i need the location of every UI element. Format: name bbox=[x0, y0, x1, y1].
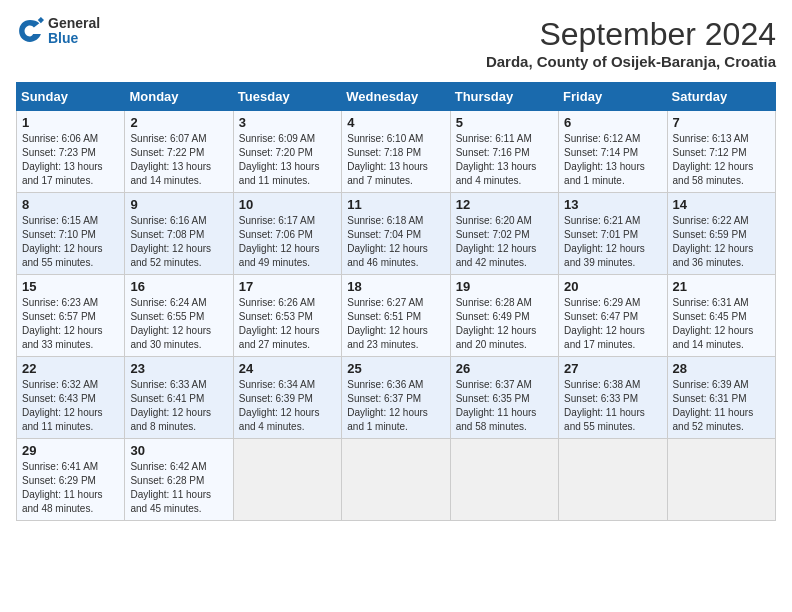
weekday-header-monday: Monday bbox=[125, 83, 233, 111]
day-info: Sunrise: 6:11 AMSunset: 7:16 PMDaylight:… bbox=[456, 132, 553, 188]
calendar-cell: 13Sunrise: 6:21 AMSunset: 7:01 PMDayligh… bbox=[559, 193, 667, 275]
calendar-cell: 3Sunrise: 6:09 AMSunset: 7:20 PMDaylight… bbox=[233, 111, 341, 193]
day-number: 8 bbox=[22, 197, 119, 212]
day-number: 20 bbox=[564, 279, 661, 294]
day-info: Sunrise: 6:13 AMSunset: 7:12 PMDaylight:… bbox=[673, 132, 770, 188]
calendar-cell: 29Sunrise: 6:41 AMSunset: 6:29 PMDayligh… bbox=[17, 439, 125, 521]
day-number: 21 bbox=[673, 279, 770, 294]
calendar-cell: 8Sunrise: 6:15 AMSunset: 7:10 PMDaylight… bbox=[17, 193, 125, 275]
calendar-cell: 9Sunrise: 6:16 AMSunset: 7:08 PMDaylight… bbox=[125, 193, 233, 275]
day-number: 26 bbox=[456, 361, 553, 376]
day-number: 9 bbox=[130, 197, 227, 212]
week-row-4: 22Sunrise: 6:32 AMSunset: 6:43 PMDayligh… bbox=[17, 357, 776, 439]
day-number: 24 bbox=[239, 361, 336, 376]
week-row-3: 15Sunrise: 6:23 AMSunset: 6:57 PMDayligh… bbox=[17, 275, 776, 357]
calendar-cell: 25Sunrise: 6:36 AMSunset: 6:37 PMDayligh… bbox=[342, 357, 450, 439]
calendar-cell bbox=[559, 439, 667, 521]
location: Darda, County of Osijek-Baranja, Croatia bbox=[486, 53, 776, 70]
day-number: 4 bbox=[347, 115, 444, 130]
calendar-cell: 10Sunrise: 6:17 AMSunset: 7:06 PMDayligh… bbox=[233, 193, 341, 275]
calendar-cell: 4Sunrise: 6:10 AMSunset: 7:18 PMDaylight… bbox=[342, 111, 450, 193]
calendar-cell: 6Sunrise: 6:12 AMSunset: 7:14 PMDaylight… bbox=[559, 111, 667, 193]
day-number: 6 bbox=[564, 115, 661, 130]
day-info: Sunrise: 6:32 AMSunset: 6:43 PMDaylight:… bbox=[22, 378, 119, 434]
day-number: 17 bbox=[239, 279, 336, 294]
page-header: General Blue September 2024 Darda, Count… bbox=[16, 16, 776, 70]
day-number: 27 bbox=[564, 361, 661, 376]
day-info: Sunrise: 6:10 AMSunset: 7:18 PMDaylight:… bbox=[347, 132, 444, 188]
day-info: Sunrise: 6:24 AMSunset: 6:55 PMDaylight:… bbox=[130, 296, 227, 352]
day-number: 2 bbox=[130, 115, 227, 130]
week-row-5: 29Sunrise: 6:41 AMSunset: 6:29 PMDayligh… bbox=[17, 439, 776, 521]
day-number: 1 bbox=[22, 115, 119, 130]
week-row-2: 8Sunrise: 6:15 AMSunset: 7:10 PMDaylight… bbox=[17, 193, 776, 275]
weekday-header-sunday: Sunday bbox=[17, 83, 125, 111]
day-info: Sunrise: 6:18 AMSunset: 7:04 PMDaylight:… bbox=[347, 214, 444, 270]
day-number: 16 bbox=[130, 279, 227, 294]
day-number: 3 bbox=[239, 115, 336, 130]
day-info: Sunrise: 6:33 AMSunset: 6:41 PMDaylight:… bbox=[130, 378, 227, 434]
weekday-header-row: SundayMondayTuesdayWednesdayThursdayFrid… bbox=[17, 83, 776, 111]
day-info: Sunrise: 6:09 AMSunset: 7:20 PMDaylight:… bbox=[239, 132, 336, 188]
day-number: 23 bbox=[130, 361, 227, 376]
calendar-cell: 5Sunrise: 6:11 AMSunset: 7:16 PMDaylight… bbox=[450, 111, 558, 193]
day-info: Sunrise: 6:12 AMSunset: 7:14 PMDaylight:… bbox=[564, 132, 661, 188]
calendar-cell: 24Sunrise: 6:34 AMSunset: 6:39 PMDayligh… bbox=[233, 357, 341, 439]
day-number: 18 bbox=[347, 279, 444, 294]
calendar-cell: 22Sunrise: 6:32 AMSunset: 6:43 PMDayligh… bbox=[17, 357, 125, 439]
calendar-cell: 18Sunrise: 6:27 AMSunset: 6:51 PMDayligh… bbox=[342, 275, 450, 357]
calendar-cell: 17Sunrise: 6:26 AMSunset: 6:53 PMDayligh… bbox=[233, 275, 341, 357]
weekday-header-tuesday: Tuesday bbox=[233, 83, 341, 111]
day-number: 12 bbox=[456, 197, 553, 212]
weekday-header-saturday: Saturday bbox=[667, 83, 775, 111]
day-info: Sunrise: 6:27 AMSunset: 6:51 PMDaylight:… bbox=[347, 296, 444, 352]
calendar-cell bbox=[233, 439, 341, 521]
calendar-cell: 26Sunrise: 6:37 AMSunset: 6:35 PMDayligh… bbox=[450, 357, 558, 439]
day-info: Sunrise: 6:36 AMSunset: 6:37 PMDaylight:… bbox=[347, 378, 444, 434]
weekday-header-friday: Friday bbox=[559, 83, 667, 111]
day-number: 19 bbox=[456, 279, 553, 294]
calendar-cell: 28Sunrise: 6:39 AMSunset: 6:31 PMDayligh… bbox=[667, 357, 775, 439]
day-number: 28 bbox=[673, 361, 770, 376]
day-number: 15 bbox=[22, 279, 119, 294]
day-info: Sunrise: 6:31 AMSunset: 6:45 PMDaylight:… bbox=[673, 296, 770, 352]
day-info: Sunrise: 6:41 AMSunset: 6:29 PMDaylight:… bbox=[22, 460, 119, 516]
calendar-cell: 19Sunrise: 6:28 AMSunset: 6:49 PMDayligh… bbox=[450, 275, 558, 357]
calendar-cell: 12Sunrise: 6:20 AMSunset: 7:02 PMDayligh… bbox=[450, 193, 558, 275]
day-number: 13 bbox=[564, 197, 661, 212]
day-info: Sunrise: 6:42 AMSunset: 6:28 PMDaylight:… bbox=[130, 460, 227, 516]
calendar-cell: 23Sunrise: 6:33 AMSunset: 6:41 PMDayligh… bbox=[125, 357, 233, 439]
logo-icon bbox=[16, 17, 44, 45]
title-section: September 2024 Darda, County of Osijek-B… bbox=[486, 16, 776, 70]
day-info: Sunrise: 6:22 AMSunset: 6:59 PMDaylight:… bbox=[673, 214, 770, 270]
day-number: 11 bbox=[347, 197, 444, 212]
week-row-1: 1Sunrise: 6:06 AMSunset: 7:23 PMDaylight… bbox=[17, 111, 776, 193]
calendar-cell: 1Sunrise: 6:06 AMSunset: 7:23 PMDaylight… bbox=[17, 111, 125, 193]
day-info: Sunrise: 6:26 AMSunset: 6:53 PMDaylight:… bbox=[239, 296, 336, 352]
day-info: Sunrise: 6:17 AMSunset: 7:06 PMDaylight:… bbox=[239, 214, 336, 270]
day-info: Sunrise: 6:37 AMSunset: 6:35 PMDaylight:… bbox=[456, 378, 553, 434]
day-number: 25 bbox=[347, 361, 444, 376]
logo: General Blue bbox=[16, 16, 100, 47]
calendar-cell: 7Sunrise: 6:13 AMSunset: 7:12 PMDaylight… bbox=[667, 111, 775, 193]
calendar-table: SundayMondayTuesdayWednesdayThursdayFrid… bbox=[16, 82, 776, 521]
calendar-cell bbox=[667, 439, 775, 521]
day-info: Sunrise: 6:23 AMSunset: 6:57 PMDaylight:… bbox=[22, 296, 119, 352]
day-number: 29 bbox=[22, 443, 119, 458]
calendar-cell: 15Sunrise: 6:23 AMSunset: 6:57 PMDayligh… bbox=[17, 275, 125, 357]
day-info: Sunrise: 6:29 AMSunset: 6:47 PMDaylight:… bbox=[564, 296, 661, 352]
day-info: Sunrise: 6:28 AMSunset: 6:49 PMDaylight:… bbox=[456, 296, 553, 352]
day-number: 5 bbox=[456, 115, 553, 130]
day-number: 30 bbox=[130, 443, 227, 458]
weekday-header-thursday: Thursday bbox=[450, 83, 558, 111]
day-info: Sunrise: 6:15 AMSunset: 7:10 PMDaylight:… bbox=[22, 214, 119, 270]
calendar-cell bbox=[450, 439, 558, 521]
logo-general: General bbox=[48, 16, 100, 31]
calendar-cell: 16Sunrise: 6:24 AMSunset: 6:55 PMDayligh… bbox=[125, 275, 233, 357]
logo-text: General Blue bbox=[48, 16, 100, 47]
logo-blue: Blue bbox=[48, 31, 100, 46]
day-info: Sunrise: 6:16 AMSunset: 7:08 PMDaylight:… bbox=[130, 214, 227, 270]
calendar-cell: 21Sunrise: 6:31 AMSunset: 6:45 PMDayligh… bbox=[667, 275, 775, 357]
day-number: 7 bbox=[673, 115, 770, 130]
day-info: Sunrise: 6:38 AMSunset: 6:33 PMDaylight:… bbox=[564, 378, 661, 434]
